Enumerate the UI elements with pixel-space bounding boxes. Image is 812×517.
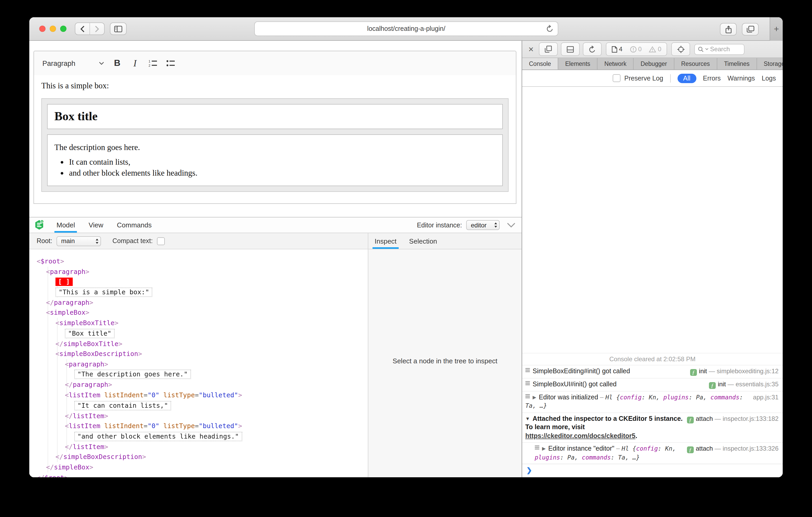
filter-logs[interactable]: Logs [762,74,776,82]
filter-warnings[interactable]: Warnings [727,74,755,82]
editor-instance-select[interactable]: editor [466,220,500,230]
model-tree-line[interactable]: </paragraph> [37,380,368,390]
root-label: Root: [37,237,52,245]
devtools-tab-elements[interactable]: Elements [558,58,598,69]
console-row[interactable]: ƒattach — inspector.js:133:182▼Attached … [522,412,783,442]
plus-icon: + [774,24,779,34]
model-tree-line[interactable]: </simpleBoxDescription> [37,452,368,462]
disclosure-triangle[interactable]: ▶ [542,444,546,453]
zoom-window-button[interactable] [60,26,66,32]
close-devtools-button[interactable]: ✕ [526,43,536,55]
back-button[interactable] [75,23,89,34]
simplebox-widget[interactable]: Box title The description goes here. It … [41,98,509,192]
disclosure-triangle[interactable]: ▶ [532,393,536,401]
bulleted-list-button[interactable] [163,55,178,71]
console-row[interactable]: ƒinit — simpleboxediting.js:12SimpleBoxE… [522,365,783,378]
heading-dropdown[interactable]: Paragraph [39,55,107,71]
tab-overview-button[interactable] [742,23,759,35]
simplebox-title-area[interactable]: Box title [47,104,503,129]
filter-all[interactable]: All [677,73,696,83]
model-tree-line[interactable]: </$root> [37,472,368,477]
devtools-tab-debugger[interactable]: Debugger [634,58,674,69]
address-bar[interactable]: localhost/creating-a-plugin/ [254,22,558,36]
model-tree-line[interactable]: <$root> [37,256,368,266]
console-row-meta[interactable]: ƒinit — essentials.js:35 [709,380,779,389]
model-tree-line[interactable]: "and other block elements like headings.… [37,431,368,442]
console-log-icon [525,367,530,372]
filter-errors[interactable]: Errors [703,74,721,82]
list-item[interactable]: and other block elements like headings. [69,168,495,178]
model-tree-line[interactable]: "The description goes here." [37,369,368,380]
forward-button[interactable] [89,23,104,34]
simplebox-description-area[interactable]: The description goes here. It can contai… [47,134,503,186]
console-link[interactable]: https://ckeditor.com/docs/ckeditor5 [525,432,635,439]
model-tree-line[interactable]: "It can contain lists," [37,400,368,410]
browser-titlebar: localhost/creating-a-plugin/ [29,17,783,41]
devtools-tab-resources[interactable]: Resources [674,58,717,69]
model-tree-line[interactable]: </simpleBoxTitle> [37,338,368,349]
tab-selection[interactable]: Selection [409,233,437,249]
model-tree-line[interactable]: </listItem> [37,442,368,452]
model-tree-line[interactable]: <paragraph> [37,359,368,369]
model-tree-line[interactable]: <paragraph> [37,266,368,277]
tab-commands[interactable]: Commands [117,217,152,233]
reload-button[interactable] [546,25,554,33]
devtools-tab-network[interactable]: Network [598,58,634,69]
console-row[interactable]: ƒinit — essentials.js:35SimpleBoxUI#init… [522,378,783,391]
console-row-meta[interactable]: ƒattach — inspector.js:133:326 [687,444,779,453]
share-button[interactable] [720,23,737,35]
model-tree-line[interactable]: </listItem> [37,410,368,421]
preserve-log-checkbox[interactable] [613,74,621,82]
console-row-meta[interactable]: app.js:31 [753,393,779,401]
reload-page-button[interactable] [583,42,602,56]
devtools-tab-console[interactable]: Console [522,58,558,69]
devtools-search-field[interactable]: Search [694,44,745,55]
element-picker-button[interactable] [671,42,690,56]
model-tree-line[interactable]: [ ] [37,277,368,287]
description-text[interactable]: The description goes here. [54,143,495,152]
model-tree-line[interactable]: <simpleBox> [37,308,368,318]
titlebar-right-buttons [720,23,759,35]
safari-window: localhost/creating-a-plugin/ [29,17,783,477]
svg-text:5: 5 [41,220,42,223]
console-row-meta[interactable]: ƒattach — inspector.js:133:182 [687,414,779,423]
box-title-text[interactable]: Box title [54,110,495,123]
editor-content[interactable]: This is a simple box: Box title The desc… [33,75,516,204]
list-item[interactable]: It can contain lists, [69,157,495,167]
compact-text-checkbox[interactable] [157,237,165,245]
model-tree[interactable]: <$root><paragraph>[ ]"This is a simple b… [29,249,368,477]
console-prompt[interactable]: ❯ [522,464,783,477]
model-tree-line[interactable]: </simpleBox> [37,462,368,472]
dock-bottom-button[interactable] [561,42,580,56]
italic-button[interactable]: I [127,55,143,71]
collapse-inspector-icon[interactable] [507,223,515,227]
model-tree-line[interactable]: "Box title" [37,328,368,338]
console-row[interactable]: app.js:31▶Editor was initialized – Hl {c… [522,391,783,412]
close-window-button[interactable] [39,26,46,32]
model-tree-line[interactable]: </paragraph> [37,298,368,308]
model-tree-line[interactable]: <listItem listIndent="0" listType="bulle… [37,421,368,431]
disclosure-triangle[interactable]: ▼ [525,414,530,423]
devtools-tab-storage[interactable]: Storage [757,58,783,69]
sidebar-toggle-button[interactable] [110,23,126,35]
resource-status-group[interactable]: 4 0 [606,42,667,56]
tab-model[interactable]: Model [57,217,75,233]
minimize-window-button[interactable] [50,26,56,32]
compact-text-label: Compact text: [113,237,153,245]
bold-button[interactable]: B [109,55,125,71]
model-tree-line[interactable]: <simpleBoxDescription> [37,349,368,359]
detach-devtools-button[interactable] [539,42,558,56]
console-row-meta[interactable]: ƒinit — simpleboxediting.js:12 [690,367,779,375]
new-tab-button[interactable]: + [770,17,783,41]
editor-paragraph[interactable]: This is a simple box: [41,81,509,90]
sidebar-icon [114,25,122,32]
tab-view[interactable]: View [89,217,103,233]
model-tree-line[interactable]: <simpleBoxTitle> [37,318,368,328]
console-row[interactable]: ƒattach — inspector.js:133:326▶Editor in… [522,442,783,464]
root-select[interactable]: main [57,236,101,246]
devtools-tab-timelines[interactable]: Timelines [717,58,757,69]
model-tree-line[interactable]: <listItem listIndent="0" listType="bulle… [37,390,368,400]
tab-inspect[interactable]: Inspect [375,233,397,249]
model-tree-line[interactable]: "This is a simple box:" [37,287,368,298]
numbered-list-button[interactable]: 1 2 [145,55,161,71]
